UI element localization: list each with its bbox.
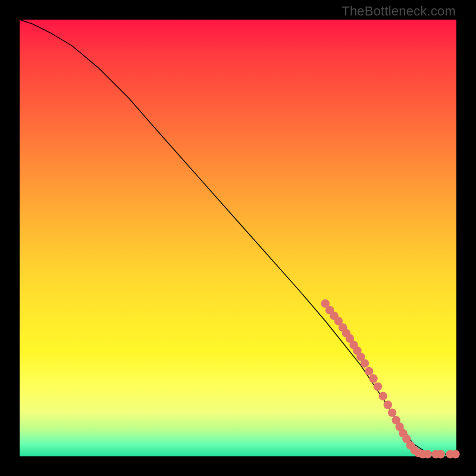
data-point <box>374 382 382 390</box>
curve-line <box>20 20 456 454</box>
data-point <box>423 450 431 458</box>
data-markers <box>321 299 460 459</box>
data-point <box>379 392 387 400</box>
data-point <box>436 450 444 458</box>
chart-frame: TheBottleneck.com <box>0 0 476 476</box>
data-point <box>451 450 459 458</box>
data-point <box>361 359 369 368</box>
data-point <box>388 408 396 416</box>
data-point <box>369 374 377 383</box>
data-point <box>384 400 392 409</box>
plot-area <box>20 20 456 456</box>
watermark-text: TheBottleneck.com <box>342 4 456 19</box>
chart-svg <box>20 20 456 456</box>
data-point <box>365 367 373 375</box>
